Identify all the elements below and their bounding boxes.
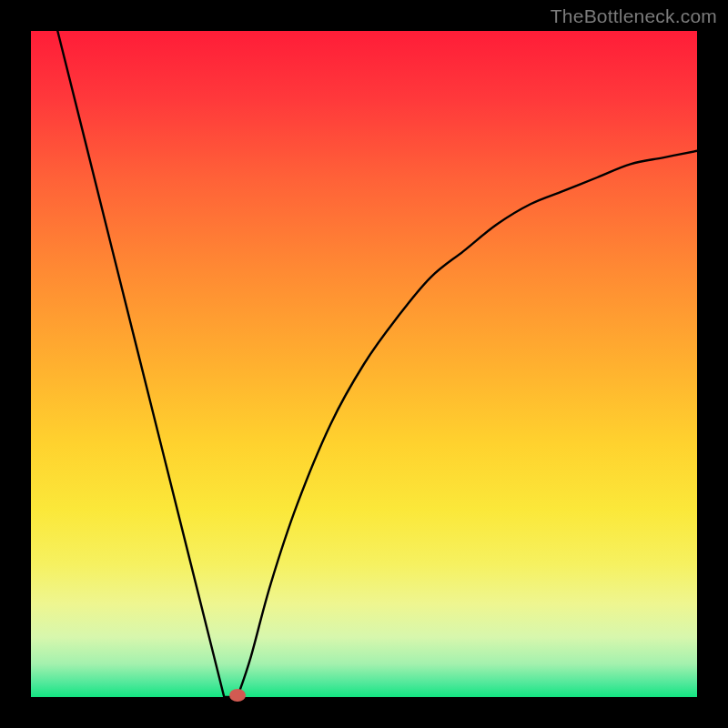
- plot-area: [31, 31, 697, 697]
- watermark-text: TheBottleneck.com: [551, 5, 717, 27]
- optimal-point-marker: [229, 689, 246, 702]
- bottleneck-curve: [31, 31, 697, 697]
- chart-frame: TheBottleneck.com: [0, 0, 728, 728]
